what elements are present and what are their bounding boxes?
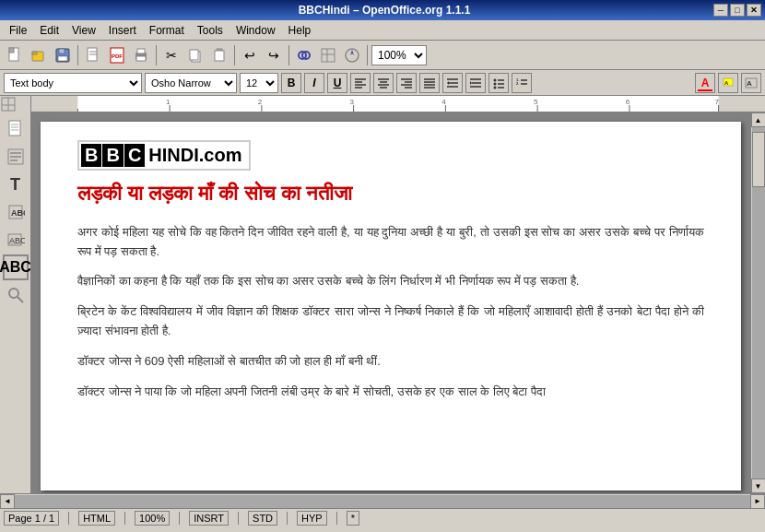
title-bar-controls[interactable]: ─ □ ✕ xyxy=(713,4,765,17)
svg-text:2.: 2. xyxy=(516,81,519,86)
font-select[interactable]: Osho Narrow xyxy=(145,73,237,93)
formatting-toolbar: Text body Osho Narrow 12 B I U 1.2. A A xyxy=(0,70,765,96)
open-button[interactable] xyxy=(28,44,50,66)
svg-text:4: 4 xyxy=(441,98,446,106)
insert-mode-status[interactable]: INSRT xyxy=(189,511,229,526)
scroll-left-button[interactable]: ◄ xyxy=(0,494,15,509)
zoom-status: 100% xyxy=(135,511,170,526)
indent-increase-button[interactable] xyxy=(465,73,486,93)
spell-sidebar-button[interactable]: ABC xyxy=(3,227,29,253)
svg-rect-14 xyxy=(136,56,146,61)
minimize-button[interactable]: ─ xyxy=(713,4,728,17)
menu-file[interactable]: File xyxy=(4,22,32,39)
menu-help[interactable]: Help xyxy=(283,22,317,39)
menu-window[interactable]: Window xyxy=(230,22,281,39)
highlight-button[interactable]: A xyxy=(718,73,738,93)
page-status: Page 1 / 1 xyxy=(4,511,59,526)
bbc-b-letter: B xyxy=(81,144,101,167)
hyp-mode-status[interactable]: HYP xyxy=(297,511,327,526)
svg-text:ABC: ABC xyxy=(11,208,25,218)
edit-doc-button[interactable] xyxy=(82,44,104,66)
bbc-second-b-letter: B xyxy=(102,144,123,167)
h-scroll-track[interactable] xyxy=(15,495,750,508)
table-button[interactable] xyxy=(317,44,339,66)
svg-rect-6 xyxy=(58,56,67,61)
document-page: BBCHINDI.com लड़की या लड़का माँ की सोच क… xyxy=(41,122,741,491)
indent-decrease-button[interactable] xyxy=(442,73,463,93)
menu-tools[interactable]: Tools xyxy=(192,22,229,39)
ordered-list-button[interactable]: 1.2. xyxy=(512,73,532,93)
main-area: T ABC ABC ABC BBCHINDI.com लड़की या लड़क… xyxy=(0,112,765,493)
underline-button[interactable]: U xyxy=(327,73,347,93)
close-button[interactable]: ✕ xyxy=(747,4,761,17)
svg-text:1: 1 xyxy=(166,98,171,106)
ruler-area: 1 2 3 4 5 6 7 xyxy=(0,96,765,112)
save-button[interactable] xyxy=(52,44,74,66)
svg-text:A: A xyxy=(724,80,729,86)
font-size-select[interactable]: 12 xyxy=(240,73,278,93)
styles-sidebar-button[interactable] xyxy=(3,144,29,170)
menu-insert[interactable]: Insert xyxy=(103,22,142,39)
svg-text:3: 3 xyxy=(350,98,355,106)
star-status: * xyxy=(347,511,359,526)
paste-button[interactable] xyxy=(208,44,230,66)
scroll-right-button[interactable]: ► xyxy=(750,494,765,509)
svg-text:PDF: PDF xyxy=(112,53,123,59)
justify-button[interactable] xyxy=(419,73,440,93)
svg-line-98 xyxy=(18,297,23,302)
svg-rect-13 xyxy=(137,49,145,53)
hyperlink-button[interactable] xyxy=(293,44,315,66)
vertical-scrollbar[interactable]: ▲ ▼ xyxy=(750,112,765,493)
menu-edit[interactable]: Edit xyxy=(34,22,65,39)
scroll-down-button[interactable]: ▼ xyxy=(751,479,766,493)
svg-point-54 xyxy=(494,86,497,89)
menu-view[interactable]: View xyxy=(66,22,101,39)
unordered-list-button[interactable] xyxy=(488,73,509,93)
copy-button[interactable] xyxy=(184,44,206,66)
horizontal-scrollbar[interactable]: ◄ ► xyxy=(0,493,765,508)
navigator-button[interactable] xyxy=(341,44,363,66)
redo-button[interactable]: ↪ xyxy=(263,44,285,66)
ruler-corner xyxy=(0,96,31,112)
status-bar: Page 1 / 1 HTML 100% INSRT STD HYP * xyxy=(0,508,765,526)
doc-scroll[interactable]: BBCHINDI.com लड़की या लड़का माँ की सोच क… xyxy=(31,112,750,493)
svg-marker-25 xyxy=(350,50,354,55)
align-right-button[interactable] xyxy=(396,73,417,93)
body-paragraph-2: वैज्ञानिकों का कहना है कि यहाँ तक कि इस … xyxy=(77,272,704,291)
svg-text:A: A xyxy=(747,79,752,88)
insert-sidebar-button[interactable]: ABC xyxy=(3,199,29,225)
align-left-button[interactable] xyxy=(350,73,371,93)
char-highlight-button[interactable]: A xyxy=(741,73,761,93)
undo-button[interactable]: ↩ xyxy=(239,44,261,66)
left-sidebar: T ABC ABC ABC xyxy=(0,112,31,493)
align-center-button[interactable] xyxy=(373,73,394,93)
font-color-button[interactable]: A xyxy=(695,73,715,93)
search-sidebar-button[interactable] xyxy=(3,282,29,308)
italic-button[interactable]: I xyxy=(304,73,324,93)
cut-button[interactable]: ✂ xyxy=(160,44,182,66)
print-button[interactable] xyxy=(130,44,152,66)
scroll-thumb[interactable] xyxy=(752,132,765,187)
zoom-select[interactable]: 100% xyxy=(371,45,427,65)
scroll-up-button[interactable]: ▲ xyxy=(751,112,766,127)
char-sidebar-button[interactable]: ABC xyxy=(3,254,29,280)
svg-rect-21 xyxy=(322,49,335,62)
style-select[interactable]: Text body xyxy=(4,73,142,93)
svg-rect-5 xyxy=(59,49,65,53)
std-mode-status[interactable]: STD xyxy=(248,511,277,526)
body-paragraph-5: डॉक्टर जोन्स ने पाया कि जो महिला अपनी जि… xyxy=(77,383,704,402)
maximize-button[interactable]: □ xyxy=(730,4,745,17)
page-sidebar-button[interactable] xyxy=(3,116,29,142)
text-sidebar-button[interactable]: T xyxy=(3,171,29,197)
svg-marker-49 xyxy=(470,81,472,85)
article-headline: लड़की या लड़का माँ की सोच का नतीजा xyxy=(77,180,704,208)
pdf-button[interactable]: PDF xyxy=(106,44,128,66)
bbc-logo: BBCHINDI.com xyxy=(77,140,251,171)
menu-format[interactable]: Format xyxy=(144,22,190,39)
body-paragraph-3: ब्रिटेन के केंट विश्वविद्यालय में जीव वि… xyxy=(77,302,704,341)
bold-button[interactable]: B xyxy=(281,73,301,93)
scroll-track[interactable] xyxy=(752,127,765,479)
svg-rect-84 xyxy=(9,121,20,136)
title-bar-text: BBCHindi – OpenOffice.org 1.1.1 xyxy=(55,4,713,17)
new-button[interactable] xyxy=(4,44,26,66)
